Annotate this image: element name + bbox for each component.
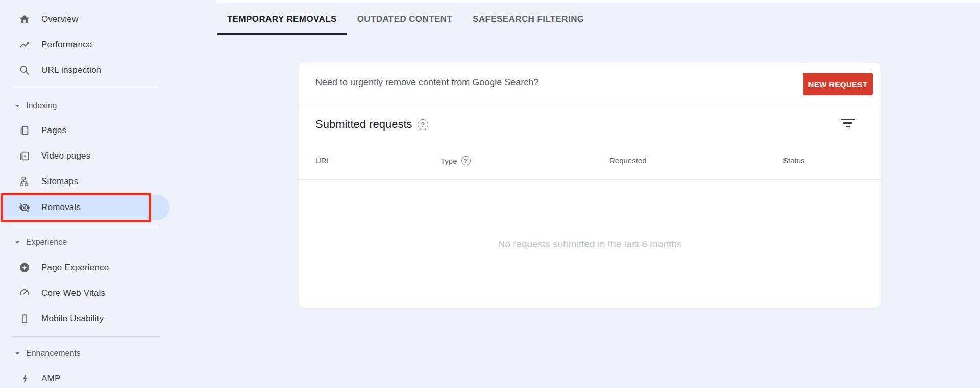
- gauge-icon: [18, 287, 31, 299]
- search-icon: [18, 64, 31, 76]
- sidebar-divider: [11, 88, 161, 88]
- panel-title: Submitted requests: [315, 118, 412, 131]
- tab-safesearch-filtering[interactable]: SAFESEARCH FILTERING: [462, 5, 594, 35]
- table-header-divider: [299, 179, 881, 180]
- sidebar-item-core-web-vitals[interactable]: Core Web Vitals: [0, 280, 161, 306]
- sidebar-item-label: Page Experience: [41, 263, 109, 273]
- sidebar-item-label: Video pages: [41, 151, 90, 161]
- tab-outdated-content[interactable]: OUTDATED CONTENT: [347, 5, 462, 35]
- requests-table-header: URL Type Requested Status: [299, 156, 881, 170]
- sidebar-item-amp[interactable]: AMP: [0, 366, 161, 388]
- column-header-status: Status: [783, 156, 805, 165]
- lightning-icon: [18, 373, 31, 385]
- removals-tab-bar: TEMPORARY REMOVALS OUTDATED CONTENT SAFE…: [217, 5, 594, 35]
- eye-off-icon: [18, 201, 31, 214]
- chevron-down-icon: [12, 237, 22, 247]
- chevron-down-icon: [12, 348, 22, 358]
- sidebar-section-label: Enhancements: [26, 349, 81, 358]
- sidebar-item-url-inspection[interactable]: URL inspection: [0, 58, 161, 83]
- sidebar-item-page-experience[interactable]: Page Experience: [0, 255, 161, 280]
- banner-message: Need to urgently remove content from Goo…: [315, 77, 538, 88]
- column-header-type: Type: [440, 156, 471, 165]
- sidebar-item-performance[interactable]: Performance: [0, 32, 161, 58]
- column-header-requested: Requested: [609, 156, 647, 165]
- sidebar-divider: [11, 336, 161, 337]
- sidebar-item-removals[interactable]: Removals: [0, 195, 161, 220]
- sidebar-item-sitemaps[interactable]: Sitemaps: [0, 169, 161, 194]
- sitemap-icon: [18, 175, 31, 188]
- sidebar-item-label: Overview: [41, 14, 78, 24]
- help-icon[interactable]: [461, 156, 471, 165]
- sidebar-item-mobile-usability[interactable]: Mobile Usability: [0, 306, 161, 331]
- pages-icon: [18, 124, 31, 137]
- smartphone-icon: [18, 313, 31, 325]
- chevron-down-icon: [12, 100, 22, 111]
- removals-card: Need to urgently remove content from Goo…: [299, 63, 881, 308]
- sidebar-item-video-pages[interactable]: Video pages: [0, 143, 161, 169]
- filter-icon: [841, 118, 855, 128]
- trending-up-icon: [18, 39, 31, 51]
- sidebar-section-experience[interactable]: Experience: [0, 229, 161, 255]
- video-pages-icon: [18, 150, 31, 162]
- sidebar-item-label: URL inspection: [41, 65, 101, 75]
- column-header-url: URL: [315, 156, 331, 165]
- sidebar-section-label: Experience: [26, 238, 67, 247]
- sidebar-divider: [11, 226, 161, 226]
- sidebar-item-label: Mobile Usability: [41, 314, 104, 324]
- sidebar-item-label: Pages: [41, 125, 66, 136]
- sidebar-item-label: Core Web Vitals: [41, 288, 105, 298]
- tab-temporary-removals[interactable]: TEMPORARY REMOVALS: [217, 5, 347, 35]
- page-experience-icon: [18, 262, 31, 274]
- sidebar-item-label: AMP: [41, 374, 60, 384]
- sidebar-item-label: Performance: [41, 40, 92, 50]
- help-icon[interactable]: [418, 119, 428, 130]
- sidebar-item-pages[interactable]: Pages: [0, 118, 161, 143]
- sidebar-section-indexing[interactable]: Indexing: [0, 93, 161, 118]
- sidebar-section-label: Indexing: [26, 101, 57, 110]
- sidebar: Overview Performance URL inspection Inde…: [0, 0, 161, 388]
- filter-button[interactable]: [838, 113, 858, 133]
- sidebar-item-label: Sitemaps: [41, 176, 78, 187]
- urgent-removal-banner: Need to urgently remove content from Goo…: [299, 63, 881, 102]
- sidebar-item-label: Removals: [41, 202, 81, 213]
- new-request-button[interactable]: NEW REQUEST: [803, 73, 873, 95]
- submitted-requests-header: Submitted requests: [315, 118, 428, 131]
- sidebar-section-enhancements[interactable]: Enhancements: [0, 341, 161, 366]
- header-bottom-edge: [217, 0, 980, 2]
- empty-state-message: No requests submitted in the last 6 mont…: [299, 239, 881, 250]
- home-icon: [18, 13, 31, 25]
- sidebar-item-overview[interactable]: Overview: [0, 7, 161, 32]
